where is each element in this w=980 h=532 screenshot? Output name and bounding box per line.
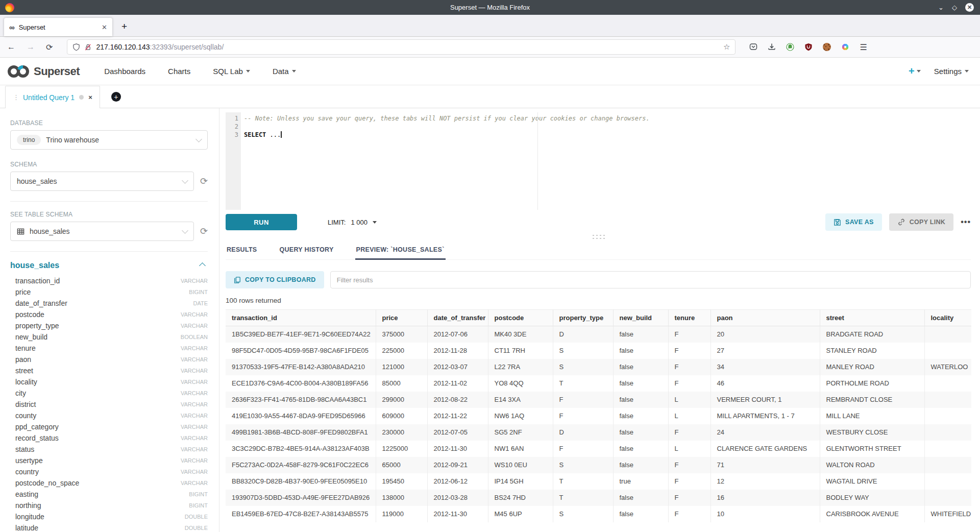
schema-column-row[interactable]: usertypeVARCHAR <box>10 455 208 466</box>
nav-item-charts[interactable]: Charts <box>168 67 190 76</box>
collapse-chevron-icon[interactable] <box>199 262 206 269</box>
column-header-price[interactable]: price <box>376 310 427 326</box>
column-header-street[interactable]: street <box>820 310 924 326</box>
results-filter-row: COPY TO CLIPBOARD <box>226 271 971 288</box>
column-header-transaction_id[interactable]: transaction_id <box>226 310 376 326</box>
database-select[interactable]: trino Trino warehouse <box>10 130 208 150</box>
refresh-schema-icon[interactable]: ⟳ <box>200 177 208 186</box>
window-close-icon[interactable]: ✕ <box>965 3 974 12</box>
table-row[interactable]: EB1459EB-67ED-47C8-B2E7-A38143AB55751190… <box>226 506 971 522</box>
back-button[interactable]: ← <box>7 42 15 52</box>
reload-button[interactable]: ⟳ <box>46 42 53 52</box>
table-row[interactable]: 2636F323-FF41-4765-81DB-98CAA6A43BC12990… <box>226 392 971 408</box>
table-cell: F5C273AC-0D2A-458F-8279-9C61F0C22EC6 <box>226 457 376 473</box>
schema-column-row[interactable]: priceBIGINT <box>10 286 208 298</box>
results-tab-preview[interactable]: PREVIEW: `HOUSE_SALES` <box>355 241 446 259</box>
schema-column-row[interactable]: date_of_transferDATE <box>10 298 208 309</box>
schema-column-row[interactable]: paonVARCHAR <box>10 354 208 365</box>
schema-column-row[interactable]: new_buildBOOLEAN <box>10 331 208 343</box>
schema-column-row[interactable]: statusVARCHAR <box>10 444 208 455</box>
url-bar[interactable]: 217.160.120.143:32393/superset/sqllab/ ☆ <box>67 39 736 55</box>
table-row[interactable]: 499B1981-3B6B-4BCD-808F-9FED9802BFA12300… <box>226 424 971 441</box>
schema-column-row[interactable]: latitudeDOUBLE <box>10 522 208 532</box>
save-as-button[interactable]: SAVE AS <box>825 213 882 231</box>
table-row[interactable]: 1B5C39ED-BE7F-41EF-9E71-9C60EED74A223750… <box>226 326 971 343</box>
run-button[interactable]: RUN <box>226 214 297 230</box>
schema-column-row[interactable]: cityVARCHAR <box>10 388 208 399</box>
filter-results-input[interactable] <box>330 271 971 288</box>
extension-pinwheel-icon[interactable] <box>841 43 849 52</box>
pocket-icon[interactable] <box>749 43 757 52</box>
column-header-locality[interactable]: locality <box>924 310 971 326</box>
window-minimize-icon[interactable]: ⌄ <box>938 4 944 11</box>
table-cell: YO8 4QQ <box>488 375 553 392</box>
shield-icon[interactable] <box>72 43 80 51</box>
cookie-icon[interactable] <box>822 43 831 52</box>
add-query-tab-button[interactable]: + <box>111 92 121 102</box>
menu-icon[interactable]: ☰ <box>860 42 867 52</box>
table-row[interactable]: 3C3C29DC-B7B2-4BE5-914A-A38123AF403B1225… <box>226 441 971 457</box>
table-cell: 375000 <box>376 326 427 343</box>
column-header-postcode[interactable]: postcode <box>488 310 553 326</box>
bookmark-star-icon[interactable]: ☆ <box>723 42 730 52</box>
more-actions-button[interactable]: ••• <box>961 217 971 227</box>
table-row[interactable]: F5C273AC-0D2A-458F-8279-9C61F0C22EC66500… <box>226 457 971 473</box>
table-row[interactable]: ECE1D376-C9A6-4C00-B004-A380B189FA568500… <box>226 375 971 392</box>
column-header-date_of_transfer[interactable]: date_of_transfer <box>427 310 488 326</box>
schema-select[interactable]: house_sales <box>10 172 194 191</box>
download-icon[interactable] <box>767 43 776 52</box>
schema-column-row[interactable]: countyVARCHAR <box>10 410 208 421</box>
superset-logo[interactable]: Superset <box>7 65 80 78</box>
schema-column-row[interactable]: countryVARCHAR <box>10 466 208 477</box>
ublock-icon[interactable] <box>804 43 813 52</box>
forward-button[interactable]: → <box>27 42 35 52</box>
schema-column-row[interactable]: postcode_no_spaceVARCHAR <box>10 477 208 489</box>
column-header-paon[interactable]: paon <box>710 310 820 326</box>
results-tab-query-history[interactable]: QUERY HISTORY <box>279 241 335 259</box>
schema-column-row[interactable]: ppd_categoryVARCHAR <box>10 421 208 432</box>
settings-menu[interactable]: Settings <box>934 67 969 76</box>
schema-column-row[interactable]: longitudeDOUBLE <box>10 511 208 522</box>
table-row[interactable]: 419E1030-9A55-4467-8DA9-9FED95D659666090… <box>226 408 971 424</box>
tab-close-icon[interactable]: ✕ <box>102 23 107 31</box>
schema-column-row[interactable]: record_statusVARCHAR <box>10 432 208 444</box>
new-item-button[interactable]: + <box>909 65 921 77</box>
browser-tab[interactable]: ∞ Superset ✕ <box>4 18 112 36</box>
table-select[interactable]: house_sales <box>10 222 194 241</box>
schema-column-row[interactable]: eastingBIGINT <box>10 489 208 500</box>
new-tab-button[interactable]: + <box>121 21 127 32</box>
table-row[interactable]: 193907D3-5DBD-453D-A49E-9FEE27DAB9261380… <box>226 490 971 506</box>
schema-column-row[interactable]: streetVARCHAR <box>10 365 208 376</box>
nav-item-data[interactable]: Data <box>273 67 296 76</box>
copy-link-button[interactable]: COPY LINK <box>889 213 954 231</box>
column-header-new_build[interactable]: new_build <box>613 310 668 326</box>
limit-dropdown[interactable]: LIMIT: 1 000 <box>328 219 377 226</box>
drag-handle-icon[interactable]: ⋮ <box>13 93 18 101</box>
table-row[interactable]: 91370533-19F5-47FE-B142-A380A8ADA2101210… <box>226 359 971 375</box>
schema-column-row[interactable]: districtVARCHAR <box>10 399 208 410</box>
insecure-lock-icon[interactable] <box>84 43 92 51</box>
window-maximize-icon[interactable]: ◇ <box>952 4 957 11</box>
sql-editor[interactable]: 123 -- Note: Unless you save your query,… <box>226 112 971 210</box>
results-tab-results[interactable]: RESULTS <box>226 241 258 259</box>
column-header-tenure[interactable]: tenure <box>668 310 710 326</box>
nav-item-sql-lab[interactable]: SQL Lab <box>213 67 250 76</box>
table-cell: VERMEER COURT, 1 <box>710 392 820 408</box>
table-row[interactable]: 98F5DC47-0D05-4D59-95B7-98CA6F1FDE052250… <box>226 343 971 359</box>
column-header-property_type[interactable]: property_type <box>553 310 613 326</box>
schema-column-row[interactable]: tenureVARCHAR <box>10 343 208 354</box>
schema-column-row[interactable]: property_typeVARCHAR <box>10 320 208 331</box>
pane-resize-handle[interactable] <box>592 234 605 239</box>
table-schema-heading[interactable]: house_sales <box>10 261 59 270</box>
ghostery-icon[interactable] <box>786 43 794 52</box>
nav-item-dashboards[interactable]: Dashboards <box>104 67 145 76</box>
query-tab-close-icon[interactable]: × <box>88 93 92 101</box>
schema-column-row[interactable]: northingBIGINT <box>10 500 208 511</box>
refresh-table-icon[interactable]: ⟳ <box>200 227 208 236</box>
schema-column-row[interactable]: postcodeVARCHAR <box>10 309 208 320</box>
schema-column-row[interactable]: transaction_idVARCHAR <box>10 275 208 286</box>
copy-to-clipboard-button[interactable]: COPY TO CLIPBOARD <box>226 271 324 288</box>
query-tab[interactable]: ⋮ Untitled Query 1 × <box>5 86 100 108</box>
table-row[interactable]: BB8320C9-D82B-4B37-90E0-9FEE05095E101954… <box>226 473 971 490</box>
schema-column-row[interactable]: localityVARCHAR <box>10 376 208 388</box>
